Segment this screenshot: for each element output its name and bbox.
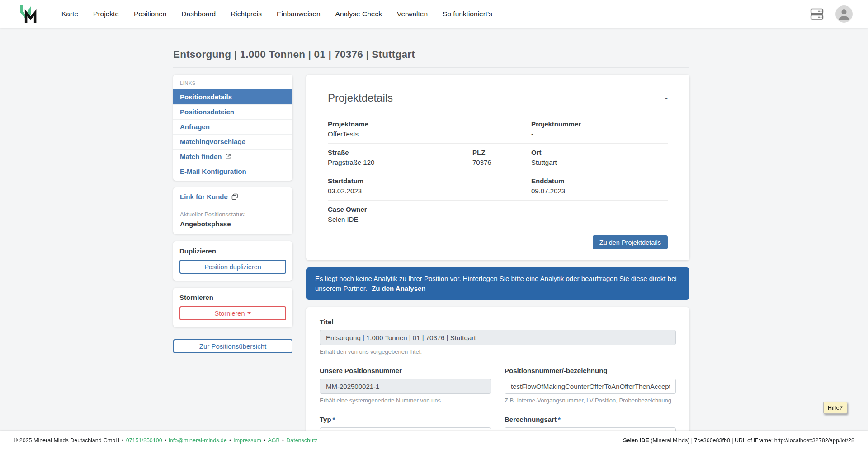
sidebar-item-match-finden[interactable]: Match finden xyxy=(173,149,292,164)
nav-item-richtpreis[interactable]: Richtpreis xyxy=(231,10,262,18)
cancel-header: Stornieren xyxy=(179,294,286,301)
nav-item-analyse-check[interactable]: Analyse Check xyxy=(335,10,382,18)
stornieren-label: Stornieren xyxy=(215,310,245,317)
titel-input[interactable] xyxy=(320,330,676,345)
strasse-value: Pragstraße 120 xyxy=(328,159,472,166)
footer-link-phone[interactable]: 07151/250100 xyxy=(126,437,162,444)
sidebar-item-positionsdetails[interactable]: Positionsdetails xyxy=(173,89,292,104)
plz-value: 70376 xyxy=(472,159,531,166)
sidebar-item-label: E-Mail Konfiguration xyxy=(180,168,246,175)
sidebar-item-matchingvorschlaege[interactable]: Matchingvorschläge xyxy=(173,134,292,149)
links-card: LINKS Positionsdetails Positionsdateien … xyxy=(173,75,292,181)
detail-row-name-nummer: Projektname OfferTests Projektnummer - xyxy=(328,115,668,144)
sidebar-item-label: Positionsdateien xyxy=(180,108,234,116)
status-badge: Angebotsphase xyxy=(180,220,286,228)
session-user: Selen IDE xyxy=(623,437,649,444)
typ-label: Typ* xyxy=(320,416,491,423)
titel-help: Erhält den von uns vorgegebenen Titel. xyxy=(320,348,676,355)
strasse-label: Straße xyxy=(328,149,472,156)
projektdetails-card: Projektdetails - Projektname OfferTests … xyxy=(306,75,689,260)
position-duplizieren-button[interactable]: Position duplizieren xyxy=(179,260,286,274)
analytik-info-banner: Es liegt noch keine Analytik zu Ihrer Po… xyxy=(306,267,689,300)
projektnummer-value: - xyxy=(531,130,668,138)
positionsnummer-group: Positionsnummer/-bezeichnung Z.B. Intern… xyxy=(505,367,676,404)
sidebar-item-label: Anfragen xyxy=(180,123,210,131)
main-nav: Karte Projekte Positionen Dashboard Rich… xyxy=(61,10,492,18)
server-list-icon[interactable] xyxy=(810,7,824,21)
footer-link-email[interactable]: info@mineral-minds.de xyxy=(169,437,227,444)
external-link-icon xyxy=(225,154,231,159)
links-header: LINKS xyxy=(173,75,292,89)
footer: © 2025 Mineral Minds Deutschland GmbH • … xyxy=(0,431,868,449)
page-title: Entsorgung | 1.000 Tonnen | 01 | 70376 |… xyxy=(173,49,689,61)
positionsnummer-input[interactable] xyxy=(505,379,676,394)
brand-logo[interactable] xyxy=(20,4,38,24)
person-icon xyxy=(835,5,853,23)
enddatum-label: Enddatum xyxy=(531,177,668,185)
projektname-value: OfferTests xyxy=(328,130,531,138)
unsere-positionsnummer-group: Unsere Positionsnummer Erhält eine syste… xyxy=(320,367,491,404)
case-owner-label: Case Owner xyxy=(328,206,531,213)
footer-link-impressum[interactable]: Impressum xyxy=(233,437,261,444)
zur-positionsuebersicht-button[interactable]: Zur Positionsübersicht xyxy=(173,339,292,353)
berechnungsart-label: Berechnungsart* xyxy=(505,416,676,423)
typ-label-text: Typ xyxy=(320,416,331,423)
positionsnummer-help: Z.B. Interne-Vorgangsnummer, LV-Position… xyxy=(505,397,676,404)
nav-item-verwalten[interactable]: Verwalten xyxy=(397,10,428,18)
duplicate-header: Duplizieren xyxy=(179,247,286,255)
ort-label: Ort xyxy=(531,149,668,156)
unsere-positionsnummer-input[interactable] xyxy=(320,379,491,394)
link-fuer-kunde[interactable]: Link für Kunde xyxy=(180,193,238,201)
case-owner-value: Selen IDE xyxy=(328,215,531,223)
stornieren-dropdown-button[interactable]: Stornieren xyxy=(179,306,286,320)
nav-item-einbauweisen[interactable]: Einbauweisen xyxy=(277,10,321,18)
sidebar-item-anfragen[interactable]: Anfragen xyxy=(173,119,292,134)
required-asterisk: * xyxy=(558,416,561,423)
detail-row-adresse: Straße Pragstraße 120 PLZ 70376 Ort Stut… xyxy=(328,144,668,172)
sidebar-item-label: Matchingvorschläge xyxy=(180,138,245,145)
positionsnummer-label: Positionsnummer/-bezeichnung xyxy=(505,367,676,374)
startdatum-label: Startdatum xyxy=(328,177,531,185)
nav-item-so-funktionierts[interactable]: So funktioniert's xyxy=(443,10,492,18)
separator-dot: • xyxy=(282,437,284,444)
berechnungsart-label-text: Berechnungsart xyxy=(505,416,557,423)
titel-group: Titel Erhält den von uns vorgegebenen Ti… xyxy=(320,318,676,355)
zu-den-analysen-link[interactable]: Zu den Analysen xyxy=(372,285,425,292)
copy-icon xyxy=(231,193,238,200)
separator-dot: • xyxy=(122,437,123,444)
footer-link-agb[interactable]: AGB xyxy=(268,437,279,444)
zu-den-projektdetails-button[interactable]: Zu den Projektdetails xyxy=(593,235,668,249)
hilfe-button[interactable]: Hilfe? xyxy=(823,402,847,414)
sidebar: LINKS Positionsdetails Positionsdateien … xyxy=(173,75,292,353)
separator-dot: • xyxy=(229,437,231,444)
sidebar-item-positionsdateien[interactable]: Positionsdateien xyxy=(173,104,292,119)
duplicate-card: Duplizieren Position duplizieren xyxy=(173,241,292,281)
chevron-down-icon xyxy=(247,312,251,314)
collapse-icon[interactable]: - xyxy=(665,94,668,102)
cancel-card: Stornieren Stornieren xyxy=(173,288,292,327)
status-label: Aktueller Positionsstatus: xyxy=(180,211,286,218)
user-avatar[interactable] xyxy=(835,5,853,23)
separator-dot: • xyxy=(165,437,166,444)
unsere-positionsnummer-label: Unsere Positionsnummer xyxy=(320,367,491,374)
sidebar-item-email-konfiguration[interactable]: E-Mail Konfiguration xyxy=(173,164,292,179)
nav-item-positionen[interactable]: Positionen xyxy=(134,10,166,18)
nav-item-projekte[interactable]: Projekte xyxy=(93,10,119,18)
nav-item-dashboard[interactable]: Dashboard xyxy=(181,10,216,18)
projektnummer-label: Projektnummer xyxy=(531,120,668,128)
projektdetails-title: Projektdetails xyxy=(328,92,393,104)
footer-link-datenschutz[interactable]: Datenschutz xyxy=(286,437,317,444)
separator-dot: • xyxy=(264,437,265,444)
session-details: (Mineral Minds) | 7ce360e83fb0 | URL of … xyxy=(649,437,854,444)
sidebar-item-label: Match finden xyxy=(180,153,222,160)
mineral-minds-logo-icon xyxy=(20,4,38,24)
position-form-card: Titel Erhält den von uns vorgegebenen Ti… xyxy=(306,307,689,449)
nav-item-karte[interactable]: Karte xyxy=(61,10,78,18)
projektname-label: Projektname xyxy=(328,120,531,128)
required-asterisk: * xyxy=(333,416,335,423)
copyright-text: © 2025 Mineral Minds Deutschland GmbH xyxy=(14,437,119,444)
unsere-positionsnummer-help: Erhält eine systemgenerierte Nummer von … xyxy=(320,397,491,404)
main-content: Projektdetails - Projektname OfferTests … xyxy=(306,75,689,449)
titel-label: Titel xyxy=(320,318,676,326)
startdatum-value: 03.02.2023 xyxy=(328,187,531,195)
